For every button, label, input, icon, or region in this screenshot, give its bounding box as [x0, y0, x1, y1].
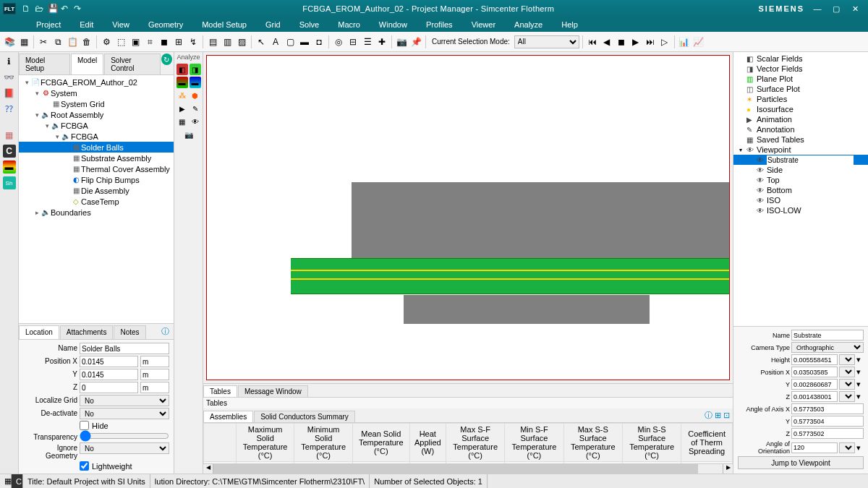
tb-body-icon[interactable]: ◘ [312, 35, 326, 48]
result-tree-node[interactable]: 👁ISO [733, 195, 868, 205]
tb-tile-icon[interactable]: ▦ [17, 35, 30, 48]
tb-tree-icon[interactable]: ⊟ [346, 35, 359, 48]
menu-help[interactable]: Help [561, 20, 578, 29]
tb-plus-icon[interactable]: ✚ [375, 35, 388, 48]
help-icon[interactable]: ⓘ [157, 324, 174, 339]
table-header[interactable]: Max S-F Surface Temperature (°C) [446, 424, 504, 462]
vp-orient-unit[interactable]: deg [839, 442, 855, 453]
result-tree-node[interactable]: 👁Side [733, 165, 868, 175]
vp-ay-field[interactable] [791, 416, 864, 427]
menu-geometry[interactable]: Geometry [148, 20, 183, 29]
posy-unit[interactable] [140, 369, 169, 380]
result-tree-node[interactable]: ✎Annotation [733, 124, 868, 134]
maximize-button[interactable]: ▢ [830, 4, 842, 14]
tb-solid2-icon[interactable]: ▬ [298, 35, 311, 48]
menu-profiles[interactable]: Profiles [426, 20, 453, 29]
tb-camera-icon[interactable]: 📷 [395, 35, 408, 48]
result-tree-node[interactable]: 👁ISO-LOW [733, 205, 868, 215]
tb-chart-icon[interactable]: 📊 [678, 35, 691, 48]
table-header[interactable]: Max S-S Surface Temperature (°C) [563, 424, 623, 462]
ignore-field[interactable]: No [80, 442, 169, 454]
vp-pz-field[interactable] [791, 391, 838, 402]
tb-library-icon[interactable]: 📚 [3, 35, 16, 48]
name-field[interactable] [80, 343, 169, 354]
vp-name-field[interactable] [791, 330, 864, 341]
menu-macro[interactable]: Macro [338, 20, 360, 29]
vtool-help-icon[interactable]: ⁇ [3, 103, 16, 116]
an-red-icon[interactable]: ◧ [176, 64, 188, 75]
results-tree[interactable]: ◧Scalar Fields◨Vector Fields▥Plane Plot◫… [733, 52, 868, 327]
posz-unit[interactable] [140, 382, 169, 393]
tb-cube-icon[interactable]: ⬚ [114, 35, 127, 48]
tab-model-setup[interactable]: Model Setup [19, 53, 70, 74]
tree-node[interactable]: ▾📄FCBGA_EROM_Author_02 [19, 77, 174, 87]
tree-node[interactable]: ◇CaseTemp [19, 196, 174, 207]
tb-square-icon[interactable]: ▢ [284, 35, 297, 48]
3d-viewport[interactable] [206, 55, 730, 380]
menu-solve[interactable]: Solve [299, 20, 320, 29]
tb-mesh-icon[interactable]: ⊞ [172, 35, 185, 48]
tree-node[interactable]: ▦System Grid [19, 98, 174, 109]
tb-back-icon[interactable]: ◀ [600, 35, 613, 48]
result-tree-node[interactable]: 👁Top [733, 175, 868, 185]
transparency-slider[interactable] [80, 432, 169, 440]
tb-run-icon[interactable]: ▷ [658, 35, 671, 48]
tb-list-icon[interactable]: ☰ [361, 35, 374, 48]
an-table-icon[interactable]: ▦ [176, 116, 188, 127]
vtool-glasses-icon[interactable]: 👓 [3, 71, 16, 84]
tb-pin-icon[interactable]: 📌 [409, 35, 422, 48]
vp-ax-field[interactable] [791, 403, 864, 414]
result-tree-node[interactable]: ▶Animation [733, 114, 868, 124]
tb-select-icon[interactable]: ↖ [255, 35, 268, 48]
tb-graph-icon[interactable]: 📈 [692, 35, 705, 48]
qa-redo-icon[interactable]: ↷ [74, 4, 84, 14]
tb-solid-icon[interactable]: ◼ [158, 35, 171, 48]
qa-open-icon[interactable]: 🗁 [35, 4, 45, 14]
tb-stack2-icon[interactable]: ▥ [221, 35, 234, 48]
an-edit-icon[interactable]: ✎ [190, 103, 201, 114]
menu-model-setup[interactable]: Model Setup [202, 20, 247, 29]
result-tree-node[interactable]: ◧Scalar Fields [733, 53, 868, 64]
vtool-grid-icon[interactable]: ▦ [3, 129, 16, 142]
deactivate-field[interactable]: No [80, 408, 169, 419]
table-header[interactable]: Maximum Solid Temperature (°C) [236, 424, 294, 462]
localize-field[interactable]: No [80, 395, 169, 406]
tree-node[interactable]: ▦Solder Balls [19, 142, 174, 153]
vtool-book-icon[interactable]: 📕 [3, 87, 16, 100]
vtool-c-icon[interactable]: C [3, 145, 16, 158]
tree-node[interactable]: ▦Thermal Cover Assembly [19, 163, 174, 174]
tree-node[interactable]: ▾🔈FCBGA [19, 120, 174, 131]
menu-project[interactable]: Project [36, 20, 61, 29]
tb-flow-icon[interactable]: ↯ [187, 35, 200, 48]
vp-py-field[interactable] [791, 379, 838, 390]
jump-to-viewpoint-button[interactable]: Jump to Viewpoint [738, 456, 864, 469]
menu-viewer[interactable]: Viewer [472, 20, 495, 29]
an-grad2-icon[interactable]: ▬ [190, 77, 201, 88]
tab-assemblies[interactable]: Assemblies [203, 411, 253, 422]
tb-text-icon[interactable]: A [269, 35, 282, 48]
tb-copy-icon[interactable]: ⧉ [51, 35, 64, 48]
tab-solid-conductors[interactable]: Solid Conductors Summary [254, 411, 355, 422]
vp-height-unit[interactable]: m [839, 354, 855, 365]
menu-edit[interactable]: Edit [80, 20, 93, 29]
minimize-button[interactable]: — [812, 4, 823, 14]
close-button[interactable]: ✕ [849, 4, 861, 14]
vtool-green-icon[interactable]: ▬ [3, 160, 16, 174]
tb-cut-icon[interactable]: ✂ [37, 35, 50, 48]
tb-stack1-icon[interactable]: ▤ [206, 35, 219, 48]
vp-height-field[interactable] [791, 354, 838, 365]
posx-unit[interactable] [140, 356, 169, 367]
result-tree-node[interactable]: ◨Vector Fields [733, 64, 868, 74]
model-tree[interactable]: ▾📄FCBGA_EROM_Author_02▾⚙System▦System Gr… [19, 75, 174, 323]
tree-node[interactable]: ▾🔈FCBGA [19, 131, 174, 142]
hide-checkbox[interactable] [80, 421, 89, 430]
result-tree-node[interactable]: ◫Surface Plot [733, 84, 868, 94]
result-tree-node[interactable]: 👁 [733, 155, 868, 165]
tb-box-icon[interactable]: ▣ [129, 35, 142, 48]
result-tree-node[interactable]: ✶Particles [733, 94, 868, 104]
tab-solver-control[interactable]: Solver Control [104, 53, 161, 74]
posz-field[interactable] [80, 382, 138, 393]
table-header[interactable]: Coefficient of Therm Spreading [681, 424, 733, 462]
tb-stack3-icon[interactable]: ▨ [235, 35, 248, 48]
selection-mode-dropdown[interactable]: All [514, 35, 579, 48]
